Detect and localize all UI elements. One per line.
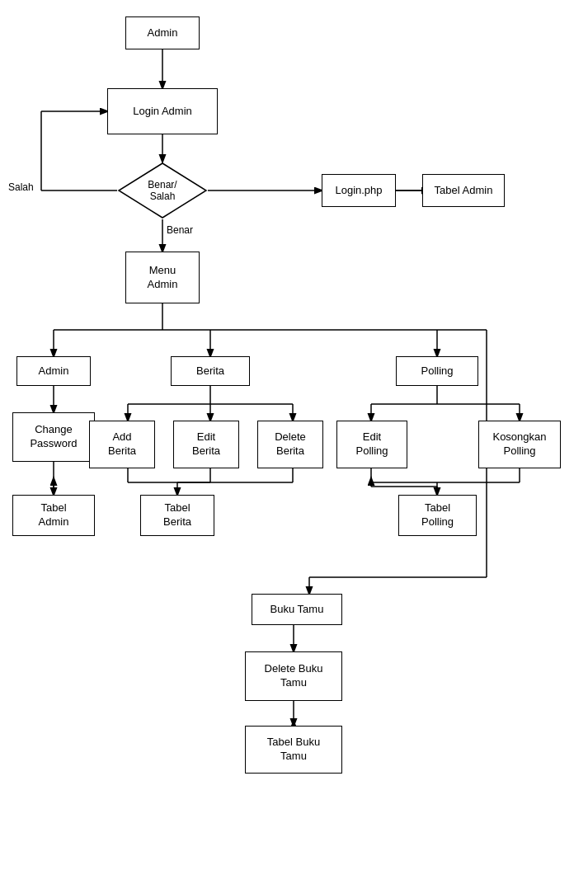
delete-berita-box: Delete Berita [257,421,323,468]
tabel-buku-tamu-label: Tabel Buku Tamu [267,736,320,764]
tabel-admin-top-label: Tabel Admin [435,184,493,198]
change-password-box: Change Password [12,412,95,462]
admin-branch-label: Admin [39,364,69,379]
admin-top-box: Admin [125,16,200,49]
admin-branch-box: Admin [16,356,91,386]
tabel-admin-top-box: Tabel Admin [422,174,505,207]
delete-berita-label: Delete Berita [275,430,306,459]
tabel-admin-bottom-box: Tabel Admin [12,495,95,536]
polling-branch-box: Polling [396,356,478,386]
edit-polling-label: Edit Polling [355,430,388,459]
tabel-polling-box: Tabel Polling [398,495,477,536]
delete-buku-tamu-label: Delete Buku Tamu [265,662,323,690]
berita-branch-box: Berita [171,356,250,386]
login-php-box: Login.php [322,174,396,207]
benar-label: Benar [167,224,193,236]
edit-polling-box: Edit Polling [336,421,407,468]
polling-branch-label: Polling [421,364,453,379]
kosongkan-polling-label: Kosongkan Polling [492,430,546,459]
kosongkan-polling-box: Kosongkan Polling [478,421,561,468]
tabel-berita-label: Tabel Berita [163,501,191,529]
menu-admin-box: Menu Admin [125,252,200,303]
add-berita-box: Add Berita [89,421,155,468]
admin-top-label: Admin [148,26,178,40]
benar-salah-label: Benar/ Salah [148,179,176,202]
edit-berita-box: Edit Berita [173,421,239,468]
flowchart: Admin Login Admin Benar/ Salah Login.php… [0,0,588,870]
edit-berita-label: Edit Berita [192,430,220,459]
tabel-buku-tamu-box: Tabel Buku Tamu [245,726,342,774]
salah-label: Salah [8,181,34,193]
login-admin-label: Login Admin [133,105,192,119]
berita-branch-label: Berita [196,364,224,379]
buku-tamu-label: Buku Tamu [270,603,324,617]
buku-tamu-box: Buku Tamu [252,594,342,625]
menu-admin-label: Menu Admin [148,264,178,292]
tabel-polling-label: Tabel Polling [421,501,454,529]
login-php-label: Login.php [335,184,382,198]
tabel-admin-bottom-label: Tabel Admin [39,501,69,529]
delete-buku-tamu-box: Delete Buku Tamu [245,651,342,701]
benar-salah-diamond: Benar/ Salah [117,162,208,219]
login-admin-box: Login Admin [107,88,218,134]
add-berita-label: Add Berita [108,430,136,459]
tabel-berita-box: Tabel Berita [140,495,214,536]
change-password-label: Change Password [30,423,77,451]
